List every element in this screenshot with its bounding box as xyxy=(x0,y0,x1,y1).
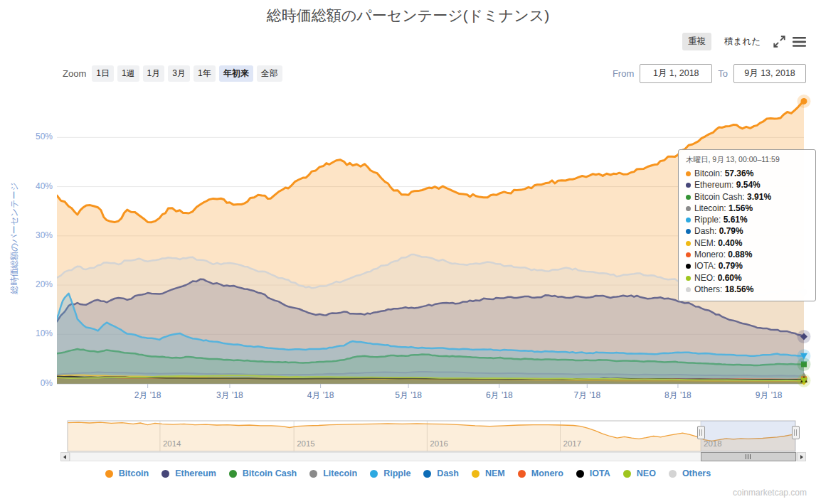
tooltip-series-dot xyxy=(686,252,691,257)
navigator-year-label: 2017 xyxy=(563,439,582,448)
legend-series-label: Others xyxy=(682,468,711,478)
legend-item-litecoin[interactable]: Litecoin xyxy=(309,468,357,478)
legend-item-others[interactable]: Others xyxy=(669,468,711,478)
legend-series-dot xyxy=(576,470,584,478)
x-axis-tick-label: 5月 '18 xyxy=(383,390,433,402)
legend-series-dot xyxy=(229,470,237,478)
navigator-handle-right[interactable] xyxy=(792,426,800,439)
navigator-handle-left[interactable] xyxy=(697,426,705,439)
tooltip-series-dot xyxy=(686,287,691,292)
legend-series-label: Litecoin xyxy=(323,468,357,478)
legend-series-dot xyxy=(370,470,378,478)
tooltip-series-dot xyxy=(686,206,691,211)
navigator-year-label: 2018 xyxy=(704,439,722,448)
legend-series-dot xyxy=(472,470,479,478)
navigator-year-label: 2014 xyxy=(163,439,181,448)
legend-series-label: Bitcoin xyxy=(119,468,149,478)
tooltip-row: IOTA: 0.79% xyxy=(686,260,808,272)
legend-series-dot xyxy=(423,470,431,478)
scrollbar-right-arrow-icon[interactable] xyxy=(797,452,806,461)
legend-item-dash[interactable]: Dash xyxy=(423,468,459,478)
legend-series-label: Ethereum xyxy=(175,468,216,478)
y-axis-tick-label: 10% xyxy=(20,328,53,338)
legend-item-neo[interactable]: NEO xyxy=(623,468,656,478)
x-axis-tick-label: 2月 '18 xyxy=(123,390,173,402)
legend-series-label: Monero xyxy=(531,468,563,478)
tooltip-row: Dash: 0.79% xyxy=(686,225,808,237)
x-axis-tick-label: 6月 '18 xyxy=(475,390,524,402)
scrollbar-left-arrow-icon[interactable] xyxy=(60,452,70,461)
tooltip-series-dot xyxy=(686,183,691,188)
legend-item-monero[interactable]: Monero xyxy=(518,468,563,478)
legend-series-label: Ripple xyxy=(383,468,410,478)
scrollbar-track[interactable] xyxy=(70,452,797,461)
tooltip-series-dot xyxy=(686,171,691,176)
legend-item-nem[interactable]: NEM xyxy=(472,468,505,478)
tooltip-series-dot xyxy=(686,241,691,246)
navigator-year-label: 2015 xyxy=(297,439,315,448)
legend-series-dot xyxy=(669,470,677,478)
tooltip-row: Bitcoin: 57.36% xyxy=(686,168,808,179)
tooltip-series-dot xyxy=(686,264,691,269)
legend-series-dot xyxy=(518,470,526,478)
x-axis-tick-label: 3月 '18 xyxy=(205,390,255,402)
dominance-chart-page: 総時価総額のパーセンテージ(ドミナンス) 重複 積まれた Zoom 1日1週1月… xyxy=(0,0,816,504)
y-axis-tick-label: 50% xyxy=(20,132,53,141)
legend-series-dot xyxy=(623,470,631,478)
series-legend: BitcoinEthereumBitcoin CashLitecoinRippl… xyxy=(0,468,816,478)
watermark: coinmarketcap.com xyxy=(733,488,807,498)
legend-series-dot xyxy=(161,470,169,478)
y-axis-title: 総時価総額のパーセンテージ xyxy=(9,146,20,331)
y-axis-tick-label: 20% xyxy=(20,279,53,289)
legend-item-iota[interactable]: IOTA xyxy=(576,468,610,478)
legend-series-dot xyxy=(105,470,113,478)
legend-item-bitcoin[interactable]: Bitcoin xyxy=(105,468,149,478)
legend-item-ethereum[interactable]: Ethereum xyxy=(161,468,216,478)
tooltip-row: Others: 18.56% xyxy=(686,284,808,295)
legend-series-label: Bitcoin Cash xyxy=(243,468,297,478)
legend-series-label: NEO xyxy=(637,468,656,478)
tooltip-series-dot xyxy=(686,229,691,234)
legend-series-dot xyxy=(309,470,317,478)
x-axis-tick-label: 9月 '18 xyxy=(744,390,794,402)
tooltip-row: Monero: 0.88% xyxy=(686,249,808,260)
tooltip-row: Litecoin: 1.56% xyxy=(686,203,808,214)
tooltip-row: Bitcoin Cash: 3.91% xyxy=(686,191,808,203)
tooltip-row: Ethereum: 9.54% xyxy=(686,179,808,191)
tooltip-series-dot xyxy=(686,218,691,222)
y-axis-tick-label: 0% xyxy=(20,378,53,388)
tooltip-row: NEO: 0.60% xyxy=(686,272,808,284)
legend-series-label: NEM xyxy=(485,468,505,478)
legend-series-label: Dash xyxy=(437,468,459,478)
x-axis-tick-label: 8月 '18 xyxy=(653,390,703,402)
chart-tooltip: 木曜日, 9月 13, 00:00–11:59 Bitcoin: 57.36%E… xyxy=(678,149,816,301)
tooltip-series-dot xyxy=(686,276,691,281)
tooltip-row: Ripple: 5.61% xyxy=(686,214,808,225)
navigator-year-label: 2016 xyxy=(430,439,448,448)
x-axis-tick-label: 7月 '18 xyxy=(562,390,612,402)
x-axis-tick-label: 4月 '18 xyxy=(296,390,346,402)
y-axis-tick-label: 30% xyxy=(20,230,53,240)
tooltip-row: NEM: 0.40% xyxy=(686,237,808,249)
legend-series-label: IOTA xyxy=(590,468,610,478)
scrollbar-thumb[interactable] xyxy=(701,452,796,461)
legend-item-ripple[interactable]: Ripple xyxy=(370,468,410,478)
tooltip-series-dot xyxy=(686,195,691,200)
y-axis-tick-label: 40% xyxy=(20,181,53,191)
legend-item-bitcoin-cash[interactable]: Bitcoin Cash xyxy=(229,468,297,478)
tooltip-date: 木曜日, 9月 13, 00:00–11:59 xyxy=(686,155,808,165)
